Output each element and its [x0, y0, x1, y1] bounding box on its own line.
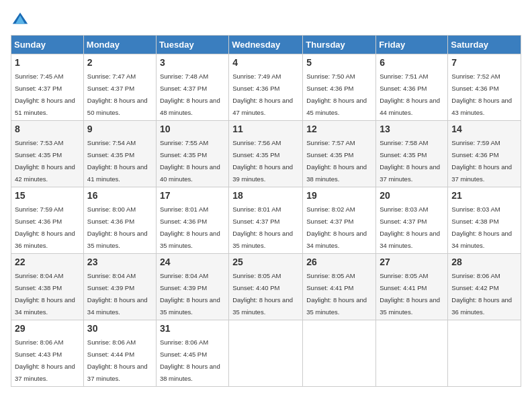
day-number: 13 [380, 124, 444, 134]
calendar-cell: 5 Sunrise: 7:50 AMSunset: 4:36 PMDayligh… [303, 54, 376, 121]
day-info: Sunrise: 7:54 AMSunset: 4:35 PMDaylight:… [87, 139, 148, 183]
day-info: Sunrise: 7:53 AMSunset: 4:35 PMDaylight:… [15, 139, 75, 183]
day-number: 10 [160, 124, 225, 134]
calendar-cell: 22 Sunrise: 8:04 AMSunset: 4:38 PMDaylig… [11, 254, 84, 320]
calendar-cell [303, 320, 376, 387]
header-saturday: Saturday [448, 36, 521, 54]
day-number: 6 [380, 57, 444, 68]
day-info: Sunrise: 8:01 AMSunset: 4:37 PMDaylight:… [232, 205, 293, 249]
calendar-cell: 27 Sunrise: 8:05 AMSunset: 4:41 PMDaylig… [376, 254, 448, 320]
day-info: Sunrise: 7:55 AMSunset: 4:35 PMDaylight:… [160, 139, 220, 183]
header-wednesday: Wednesday [229, 36, 303, 54]
day-info: Sunrise: 8:06 AMSunset: 4:43 PMDaylight:… [15, 338, 75, 382]
logo [11, 11, 32, 30]
calendar-cell: 1 Sunrise: 7:45 AMSunset: 4:37 PMDayligh… [11, 54, 84, 121]
calendar-cell: 7 Sunrise: 7:52 AMSunset: 4:36 PMDayligh… [448, 54, 521, 121]
day-number: 30 [87, 323, 152, 334]
calendar-cell: 8 Sunrise: 7:53 AMSunset: 4:35 PMDayligh… [11, 121, 84, 187]
page-header [11, 11, 521, 30]
calendar-cell: 12 Sunrise: 7:57 AMSunset: 4:35 PMDaylig… [303, 121, 376, 187]
day-number: 2 [87, 57, 152, 68]
calendar-cell: 26 Sunrise: 8:05 AMSunset: 4:41 PMDaylig… [303, 254, 376, 320]
calendar-cell: 31 Sunrise: 8:06 AMSunset: 4:45 PMDaylig… [156, 320, 228, 387]
calendar-cell: 18 Sunrise: 8:01 AMSunset: 4:37 PMDaylig… [229, 187, 303, 254]
calendar-header-row: SundayMondayTuesdayWednesdayThursdayFrid… [11, 36, 521, 54]
day-info: Sunrise: 7:49 AMSunset: 4:36 PMDaylight:… [232, 73, 293, 116]
calendar-cell: 30 Sunrise: 8:06 AMSunset: 4:44 PMDaylig… [83, 320, 156, 387]
header-tuesday: Tuesday [156, 36, 228, 54]
calendar-week-3: 15 Sunrise: 7:59 AMSunset: 4:36 PMDaylig… [11, 187, 521, 254]
day-number: 12 [306, 124, 372, 134]
day-number: 21 [451, 190, 517, 201]
day-number: 31 [160, 323, 225, 334]
calendar-week-1: 1 Sunrise: 7:45 AMSunset: 4:37 PMDayligh… [11, 54, 521, 121]
day-number: 15 [15, 190, 80, 201]
day-info: Sunrise: 8:05 AMSunset: 4:41 PMDaylight:… [306, 272, 367, 316]
day-number: 27 [380, 257, 444, 267]
day-info: Sunrise: 7:59 AMSunset: 4:36 PMDaylight:… [451, 139, 512, 183]
calendar-cell [448, 320, 521, 387]
day-info: Sunrise: 8:06 AMSunset: 4:42 PMDaylight:… [451, 272, 512, 316]
day-info: Sunrise: 7:57 AMSunset: 4:35 PMDaylight:… [306, 139, 367, 183]
calendar-cell: 17 Sunrise: 8:01 AMSunset: 4:36 PMDaylig… [156, 187, 228, 254]
day-number: 5 [306, 57, 372, 68]
calendar-cell: 13 Sunrise: 7:58 AMSunset: 4:35 PMDaylig… [376, 121, 448, 187]
header-friday: Friday [376, 36, 448, 54]
calendar-cell: 23 Sunrise: 8:04 AMSunset: 4:39 PMDaylig… [83, 254, 156, 320]
day-number: 11 [232, 124, 299, 134]
day-number: 23 [87, 257, 152, 267]
day-number: 25 [232, 257, 299, 267]
calendar-cell: 24 Sunrise: 8:04 AMSunset: 4:39 PMDaylig… [156, 254, 228, 320]
day-info: Sunrise: 7:48 AMSunset: 4:37 PMDaylight:… [160, 73, 220, 116]
day-info: Sunrise: 7:51 AMSunset: 4:36 PMDaylight:… [380, 73, 440, 116]
calendar-table: SundayMondayTuesdayWednesdayThursdayFrid… [11, 35, 521, 387]
calendar-cell: 25 Sunrise: 8:05 AMSunset: 4:40 PMDaylig… [229, 254, 303, 320]
day-info: Sunrise: 8:06 AMSunset: 4:44 PMDaylight:… [87, 338, 148, 382]
logo-icon [11, 11, 30, 30]
day-number: 14 [451, 124, 517, 134]
day-info: Sunrise: 8:05 AMSunset: 4:40 PMDaylight:… [232, 272, 293, 316]
day-number: 18 [232, 190, 299, 201]
day-info: Sunrise: 8:02 AMSunset: 4:37 PMDaylight:… [306, 205, 367, 249]
calendar-cell [376, 320, 448, 387]
calendar-cell: 20 Sunrise: 8:03 AMSunset: 4:37 PMDaylig… [376, 187, 448, 254]
header-thursday: Thursday [303, 36, 376, 54]
calendar-cell: 14 Sunrise: 7:59 AMSunset: 4:36 PMDaylig… [448, 121, 521, 187]
day-number: 24 [160, 257, 225, 267]
day-number: 29 [15, 323, 80, 334]
day-info: Sunrise: 8:03 AMSunset: 4:38 PMDaylight:… [451, 205, 512, 249]
day-info: Sunrise: 7:50 AMSunset: 4:36 PMDaylight:… [306, 73, 367, 116]
day-info: Sunrise: 8:04 AMSunset: 4:39 PMDaylight:… [87, 272, 148, 316]
day-number: 20 [380, 190, 444, 201]
day-number: 19 [306, 190, 372, 201]
day-info: Sunrise: 8:04 AMSunset: 4:39 PMDaylight:… [160, 272, 220, 316]
calendar-cell: 3 Sunrise: 7:48 AMSunset: 4:37 PMDayligh… [156, 54, 228, 121]
day-number: 3 [160, 57, 225, 68]
day-info: Sunrise: 8:00 AMSunset: 4:36 PMDaylight:… [87, 205, 148, 249]
calendar-cell: 16 Sunrise: 8:00 AMSunset: 4:36 PMDaylig… [83, 187, 156, 254]
day-number: 22 [15, 257, 80, 267]
day-info: Sunrise: 7:52 AMSunset: 4:36 PMDaylight:… [451, 73, 512, 116]
calendar-cell: 6 Sunrise: 7:51 AMSunset: 4:36 PMDayligh… [376, 54, 448, 121]
calendar-week-4: 22 Sunrise: 8:04 AMSunset: 4:38 PMDaylig… [11, 254, 521, 320]
day-number: 16 [87, 190, 152, 201]
day-number: 28 [451, 257, 517, 267]
day-number: 26 [306, 257, 372, 267]
calendar-cell: 29 Sunrise: 8:06 AMSunset: 4:43 PMDaylig… [11, 320, 84, 387]
day-info: Sunrise: 8:05 AMSunset: 4:41 PMDaylight:… [380, 272, 440, 316]
calendar-cell: 21 Sunrise: 8:03 AMSunset: 4:38 PMDaylig… [448, 187, 521, 254]
calendar-cell: 9 Sunrise: 7:54 AMSunset: 4:35 PMDayligh… [83, 121, 156, 187]
day-number: 1 [15, 57, 80, 68]
day-number: 17 [160, 190, 225, 201]
day-number: 9 [87, 124, 152, 134]
day-info: Sunrise: 7:58 AMSunset: 4:35 PMDaylight:… [380, 139, 440, 183]
day-info: Sunrise: 7:47 AMSunset: 4:37 PMDaylight:… [87, 73, 148, 116]
calendar-cell: 19 Sunrise: 8:02 AMSunset: 4:37 PMDaylig… [303, 187, 376, 254]
day-info: Sunrise: 8:01 AMSunset: 4:36 PMDaylight:… [160, 205, 220, 249]
day-number: 7 [451, 57, 517, 68]
calendar-cell: 4 Sunrise: 7:49 AMSunset: 4:36 PMDayligh… [229, 54, 303, 121]
calendar-cell: 10 Sunrise: 7:55 AMSunset: 4:35 PMDaylig… [156, 121, 228, 187]
calendar-cell [229, 320, 303, 387]
day-info: Sunrise: 7:56 AMSunset: 4:35 PMDaylight:… [232, 139, 293, 183]
calendar-cell: 15 Sunrise: 7:59 AMSunset: 4:36 PMDaylig… [11, 187, 84, 254]
